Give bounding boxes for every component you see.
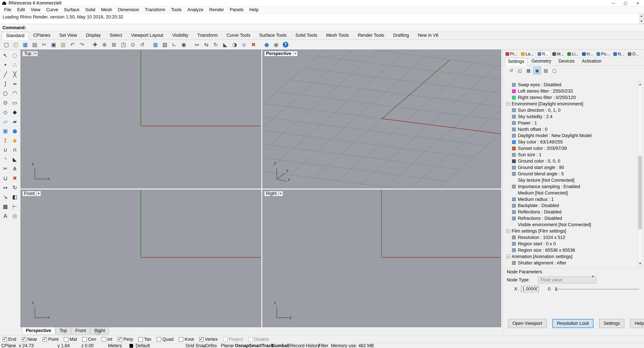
- checkbox-icon[interactable]: [82, 337, 87, 342]
- tree-scrollbar[interactable]: [638, 82, 643, 267]
- tree-row[interactable]: Region size : 65536 x 65536: [506, 247, 636, 253]
- scroll-up-icon[interactable]: [638, 82, 642, 87]
- toolbar-tab-new-in-v6[interactable]: New in V6: [414, 31, 443, 39]
- viewport-right[interactable]: Right z y: [262, 190, 501, 327]
- tree-row[interactable]: Backplate : Disabled: [506, 203, 636, 209]
- circle-icon[interactable]: ○: [1, 89, 10, 98]
- sphere-icon[interactable]: ●: [10, 126, 19, 135]
- tree-row[interactable]: Ground color : 0, 0, 0: [506, 158, 636, 164]
- boolean-union-icon[interactable]: ∪: [1, 145, 10, 154]
- toolbar-tab-standard[interactable]: Standard: [2, 32, 29, 40]
- toolbar-tab-transform[interactable]: Transform: [193, 31, 222, 39]
- cplane-icon[interactable]: ∟: [170, 40, 179, 49]
- tree-row[interactable]: Ground blend angle : 5: [506, 171, 636, 177]
- polygon-icon[interactable]: ◇: [1, 108, 10, 117]
- lasso-select-icon[interactable]: ◌: [10, 51, 19, 60]
- curve-tools-icon[interactable]: ◆: [10, 108, 19, 117]
- checkbox-icon[interactable]: [22, 337, 26, 342]
- toolbar-tab-mesh-tools[interactable]: Mesh Tools: [322, 31, 354, 39]
- explode-icon[interactable]: ✖: [10, 174, 19, 183]
- viewport-tab-perspective[interactable]: Perspective: [22, 327, 55, 335]
- toolbar-tab-drafting[interactable]: Drafting: [389, 31, 413, 39]
- toolbar-tab-visibility[interactable]: Visibility: [168, 31, 193, 39]
- tab-settings[interactable]: Settings: [505, 58, 527, 66]
- viewport-front-title[interactable]: Front: [22, 191, 41, 197]
- resolution-lock-button[interactable]: Resolution Lock: [552, 319, 593, 328]
- scrollbar-thumb[interactable]: [638, 156, 642, 229]
- close-button[interactable]: ×: [632, 0, 644, 6]
- menu-view[interactable]: View: [28, 6, 43, 13]
- chevron-down-icon[interactable]: [278, 191, 283, 196]
- tree-row[interactable]: Region start : 0 x 0: [506, 241, 636, 247]
- toolbar-tab-select[interactable]: Select: [105, 31, 126, 39]
- menu-help[interactable]: Help: [246, 6, 262, 13]
- select-pointer-icon[interactable]: ↖: [1, 51, 10, 60]
- cplane-pane[interactable]: CPlane: [1, 344, 16, 348]
- arc-icon[interactable]: ◠: [10, 89, 19, 98]
- join-curves-icon[interactable]: ⊔: [1, 174, 10, 183]
- x-value-input[interactable]: [521, 286, 539, 292]
- viewport-top-title[interactable]: Top: [22, 51, 38, 56]
- boolean-difference-icon[interactable]: ∩: [10, 145, 19, 154]
- gumball-toggle[interactable]: Gumball: [272, 344, 290, 348]
- units-pane[interactable]: Meters: [108, 344, 122, 348]
- help-panel-tab[interactable]: H...: [581, 51, 595, 57]
- surface-from-corners-icon[interactable]: ▰: [10, 117, 19, 126]
- osnap-point-checkbox[interactable]: Point: [42, 337, 58, 342]
- toolbar-tab-cplanes[interactable]: CPlanes: [29, 31, 55, 39]
- paste-icon[interactable]: ▥: [59, 40, 67, 49]
- viewport-tab-front[interactable]: Front: [71, 327, 90, 335]
- scale-icon[interactable]: ↘: [1, 192, 10, 202]
- menu-edit[interactable]: Edit: [14, 6, 28, 13]
- menu-mesh[interactable]: Mesh: [98, 6, 115, 13]
- menu-panels[interactable]: Panels: [227, 6, 246, 13]
- toolbar-tab-set-view[interactable]: Set View: [55, 31, 82, 39]
- tree-row[interactable]: Sunset color : 203/97/39: [506, 145, 636, 152]
- rotate-icon[interactable]: ↻: [212, 40, 220, 49]
- tree-row[interactable]: Sky color : 63/149/255: [506, 139, 636, 145]
- tree-row[interactable]: Importance sampling : Enabled: [506, 183, 636, 190]
- mirror-icon[interactable]: ◑: [230, 40, 239, 49]
- osnap-cen-checkbox[interactable]: Cen: [82, 337, 96, 342]
- point-icon[interactable]: •: [1, 60, 10, 69]
- post-effects-panel-tab[interactable]: Po...: [595, 51, 611, 57]
- node-type-select[interactable]: Float value: [538, 277, 596, 284]
- osnap-near-checkbox[interactable]: Near: [22, 337, 37, 342]
- viewport-layout-icon[interactable]: ▦: [151, 40, 160, 49]
- tree-row[interactable]: Sky turbidity : 2.4: [506, 113, 636, 120]
- explode-icon[interactable]: ✖: [249, 40, 258, 49]
- tree-row[interactable]: Visible environment [Not Connected]: [506, 222, 636, 228]
- copy-object-icon[interactable]: ⇆: [202, 40, 210, 49]
- surface-icon[interactable]: ▱: [1, 117, 10, 126]
- undo-view-change-icon[interactable]: ↺: [138, 40, 146, 49]
- control-point-curve-icon[interactable]: ∫: [1, 79, 10, 88]
- save-preset-icon[interactable]: ▦: [525, 67, 532, 74]
- osnap-project-checkbox[interactable]: Project: [223, 337, 243, 342]
- settings-button[interactable]: Settings: [599, 319, 624, 328]
- properties-panel-tab[interactable]: Pr...: [504, 51, 519, 57]
- rectangle-icon[interactable]: ▭: [10, 98, 19, 107]
- chevron-down-icon[interactable]: [293, 51, 298, 56]
- tree-row[interactable]: Animation [Animation settings]: [506, 253, 636, 260]
- toolbar-tab-render-tools[interactable]: Render Tools: [353, 31, 389, 39]
- copy-icon[interactable]: ▣: [49, 40, 58, 49]
- gumball-icon[interactable]: ◎: [10, 211, 19, 221]
- chevron-down-icon[interactable]: [36, 191, 41, 196]
- toolbar-tab-viewport-layout[interactable]: Viewport Layout: [126, 31, 168, 39]
- scroll-down-icon[interactable]: [638, 261, 642, 266]
- open-file-icon[interactable]: ◰: [12, 40, 20, 49]
- render-icon[interactable]: ●: [272, 40, 280, 49]
- move-icon[interactable]: ↔: [1, 183, 10, 192]
- options-icon[interactable]: ▢: [551, 67, 558, 74]
- x-slider[interactable]: [554, 286, 640, 292]
- open-preset-icon[interactable]: ◱: [516, 67, 524, 74]
- checkbox-icon[interactable]: [248, 337, 253, 342]
- tab-devices[interactable]: Devices: [555, 57, 578, 65]
- scroll-down-icon[interactable]: [639, 19, 644, 24]
- osnap-tan-checkbox[interactable]: Tan: [138, 337, 152, 342]
- zoom-window-icon[interactable]: ⊞: [110, 40, 118, 49]
- zoom-extents-icon[interactable]: ◳: [119, 40, 128, 49]
- move-icon[interactable]: ↔: [192, 40, 201, 49]
- interpolate-curve-icon[interactable]: ≈: [10, 79, 19, 88]
- checkbox-icon[interactable]: [2, 337, 7, 342]
